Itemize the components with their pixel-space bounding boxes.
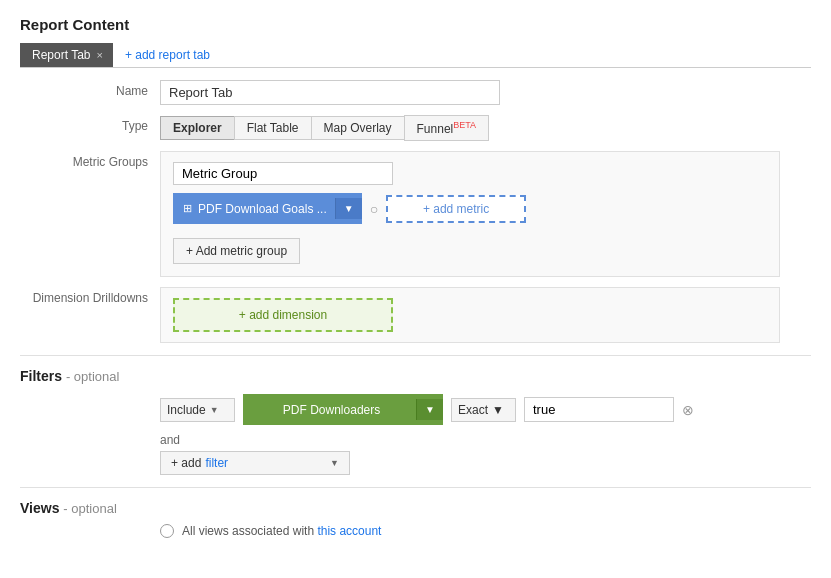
divider-1 [20,355,811,356]
filters-label: Filters [20,368,62,384]
filters-optional-label: - optional [66,369,119,384]
type-funnel-button[interactable]: FunnelBETA [404,115,490,141]
metric-groups-row: Metric Groups ⊞ PDF Download Goals ... ▼… [20,151,811,277]
match-select[interactable]: Exact ▼ [451,398,516,422]
views-account-link[interactable]: this account [317,524,381,538]
filter-clear-button[interactable]: ⊗ [682,402,694,418]
metric-pdf-button[interactable]: ⊞ PDF Download Goals ... ▼ [173,193,362,224]
metric-groups-area: ⊞ PDF Download Goals ... ▼ ○ + add metri… [160,151,780,277]
dimension-drilldowns-label: Dimension Drilldowns [20,287,160,305]
type-flat-table-button[interactable]: Flat Table [234,116,311,140]
dimension-drilldowns-row: Dimension Drilldowns + add dimension [20,287,811,343]
add-metric-button[interactable]: + add metric [386,195,526,223]
filters-header: Filters - optional [20,368,119,384]
add-filter-arrow-icon: ▼ [330,458,339,468]
views-description: All views associated with this account [182,524,381,538]
metric-group-name-input[interactable] [173,162,393,185]
type-content: Explorer Flat Table Map Overlay FunnelBE… [160,115,811,141]
metric-label: PDF Download Goals ... [198,202,327,216]
views-radio-button[interactable] [160,524,174,538]
type-explorer-button[interactable]: Explorer [160,116,234,140]
metric-groups-content: ⊞ PDF Download Goals ... ▼ ○ + add metri… [160,151,811,277]
match-label: Exact [458,403,488,417]
add-filter-plus: + add [171,456,201,470]
page-title: Report Content [20,16,811,33]
views-row: All views associated with this account [160,524,811,538]
metric-groups-label: Metric Groups [20,151,160,169]
divider-2 [20,487,811,488]
views-section: Views - optional [20,500,811,516]
match-arrow-icon: ▼ [492,403,504,417]
name-input[interactable] [160,80,500,105]
add-filter-button[interactable]: + add filter ▼ [160,451,350,475]
add-filter-text: filter [205,456,228,470]
segment-label: PDF Downloaders [255,403,408,417]
include-label: Include [167,403,206,417]
include-select[interactable]: Include ▼ [160,398,235,422]
close-tab-icon[interactable]: × [96,49,102,61]
tab-bar: Report Tab × + add report tab [20,43,811,68]
dimension-area: + add dimension [160,287,780,343]
type-label: Type [20,115,160,133]
add-dimension-button[interactable]: + add dimension [173,298,393,332]
metric-dropdown-arrow-icon[interactable]: ▼ [335,198,362,219]
filter-row-1: Include ▼ PDF Downloaders ▼ Exact ▼ ⊗ [160,394,811,425]
add-filter-row: + add filter ▼ [160,451,811,475]
add-report-tab-link[interactable]: + add report tab [121,43,214,67]
type-map-overlay-button[interactable]: Map Overlay [311,116,404,140]
include-arrow-icon: ▼ [210,405,219,415]
name-row: Name [20,80,811,105]
segment-arrow-icon[interactable]: ▼ [416,399,443,420]
dimension-drilldowns-content: + add dimension [160,287,811,343]
add-metric-group-button[interactable]: + Add metric group [173,238,300,264]
metric-separator: ○ [370,201,378,217]
name-label: Name [20,80,160,98]
report-tab-label: Report Tab [32,48,90,62]
type-row: Type Explorer Flat Table Map Overlay Fun… [20,115,811,141]
metric-grid-icon: ⊞ [183,202,192,215]
beta-badge: BETA [453,120,476,130]
filter-segment-button[interactable]: PDF Downloaders ▼ [243,394,443,425]
name-content [160,80,811,105]
metric-row: ⊞ PDF Download Goals ... ▼ ○ + add metri… [173,193,767,224]
views-optional-label: - optional [63,501,116,516]
views-header: Views - optional [20,500,117,516]
filters-section: Filters - optional [20,368,811,384]
and-label: and [160,433,811,447]
filter-value-input[interactable] [524,397,674,422]
views-label: Views [20,500,59,516]
report-tab-button[interactable]: Report Tab × [20,43,113,67]
type-button-group: Explorer Flat Table Map Overlay FunnelBE… [160,115,811,141]
